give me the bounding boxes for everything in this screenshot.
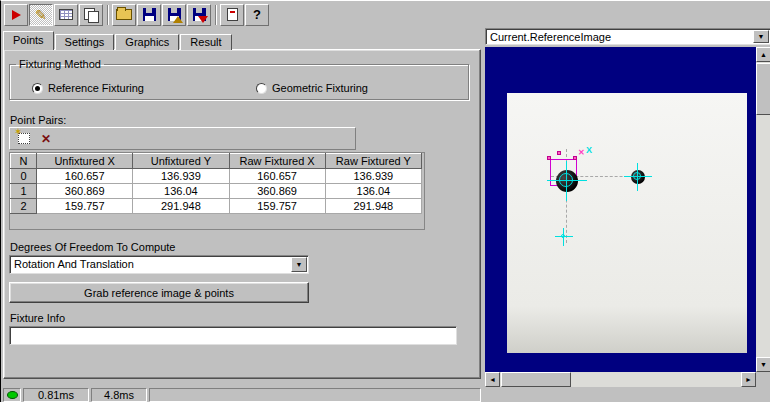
fixturing-method-group: Fixturing Method Reference Fixturing Geo…: [9, 58, 469, 100]
edit-handle[interactable]: [573, 156, 577, 160]
points-tab-panel: Fixturing Method Reference Fixturing Geo…: [3, 49, 481, 379]
scrollbar-corner: [756, 372, 770, 387]
scroll-right-button[interactable]: ►: [741, 372, 756, 387]
toolbar-separator: [215, 5, 217, 25]
floppy-icon: [143, 8, 156, 21]
column-header: Unfixtured X: [37, 154, 133, 169]
radio-label: Reference Fixturing: [48, 82, 144, 94]
new-point-icon: ✶: [18, 133, 30, 144]
tab-settings[interactable]: Settings: [55, 34, 115, 50]
rotate-handle[interactable]: ✕: [578, 149, 585, 157]
fixture-info-input[interactable]: [9, 326, 457, 345]
status-led-icon: [7, 391, 18, 399]
point-pairs-label: Point Pairs:: [10, 114, 66, 126]
row-header[interactable]: 1: [11, 184, 37, 199]
copy-icon: [84, 8, 98, 21]
image-canvas[interactable]: ✕ X: [485, 47, 756, 372]
datagrid-button[interactable]: [54, 4, 78, 26]
open-file-button[interactable]: [112, 4, 136, 26]
horizontal-scroll-thumb[interactable]: [501, 372, 571, 387]
status-bar: 0.81ms 4.8ms: [1, 387, 770, 402]
scroll-down-button[interactable]: ▼: [756, 357, 770, 372]
table-cell[interactable]: 136.939: [133, 169, 229, 184]
radio-geometric-fixturing[interactable]: Geometric Fixturing: [256, 82, 368, 94]
save-file-button[interactable]: [137, 4, 161, 26]
tab-graphics[interactable]: Graphics: [115, 34, 179, 50]
toolbar-separator: [107, 5, 109, 25]
status-led-cell: [3, 388, 21, 402]
scroll-left-button[interactable]: ◄: [485, 372, 500, 387]
page-icon: [227, 8, 238, 21]
table-cell[interactable]: 360.869: [229, 184, 325, 199]
column-header: Raw Fixtured Y: [325, 154, 421, 169]
table-cell[interactable]: 136.04: [133, 184, 229, 199]
radio-reference-fixturing[interactable]: Reference Fixturing: [32, 82, 144, 94]
delete-icon: ✕: [41, 133, 51, 145]
table-cell[interactable]: 291.948: [133, 199, 229, 214]
floppy-export-icon: [168, 8, 181, 21]
table-cell[interactable]: 291.948: [325, 199, 421, 214]
status-filler-panel: [149, 388, 481, 402]
image-selector-dropdown[interactable]: Current.ReferenceImage ▼: [485, 28, 770, 45]
table-cell[interactable]: 136.939: [325, 169, 421, 184]
horizontal-scrollbar[interactable]: ◄ ►: [485, 372, 756, 387]
radio-button-icon: [256, 83, 267, 94]
point-pairs-table: N Unfixtured X Unfixtured Y Raw Fixtured…: [10, 153, 422, 214]
column-header: Raw Fixtured X: [229, 154, 325, 169]
row-header[interactable]: 0: [11, 169, 37, 184]
table-row: 0 160.657 136.939 160.657 136.939: [11, 169, 422, 184]
radio-button-icon: [32, 83, 43, 94]
copy-button[interactable]: [79, 4, 103, 26]
vertical-scroll-thumb[interactable]: [756, 63, 770, 115]
open-folder-icon: [116, 9, 132, 20]
import-button[interactable]: [187, 4, 211, 26]
image-selector-value: Current.ReferenceImage: [490, 31, 611, 43]
save-as-button[interactable]: [162, 4, 186, 26]
table-row: 1 360.869 136.04 360.869 136.04: [11, 184, 422, 199]
grab-reference-button[interactable]: Grab reference image & points: [9, 282, 309, 303]
help-icon: ?: [253, 7, 261, 22]
tab-result[interactable]: Result: [180, 34, 231, 50]
chevron-down-icon[interactable]: ▼: [291, 257, 307, 272]
table-cell[interactable]: 159.757: [37, 199, 133, 214]
add-point-button[interactable]: ✶: [13, 129, 35, 148]
edit-button[interactable]: ✎: [29, 4, 53, 26]
point-pairs-grid: N Unfixtured X Unfixtured Y Raw Fixtured…: [9, 152, 425, 230]
star-glyph: ✶: [14, 127, 22, 137]
point-pairs-toolbar: ✶ ✕: [9, 127, 356, 150]
crosshair-ring-1: [559, 173, 573, 187]
import-arrow-overlay: [198, 16, 208, 23]
help-button[interactable]: ?: [245, 4, 269, 26]
table-cell[interactable]: 360.869: [37, 184, 133, 199]
dof-dropdown[interactable]: Rotation And Translation ▼: [9, 255, 309, 274]
scroll-up-button[interactable]: ▲: [756, 47, 770, 62]
column-header: N: [11, 154, 37, 169]
tab-points[interactable]: Points: [3, 31, 54, 50]
report-button[interactable]: [220, 4, 244, 26]
edit-handle[interactable]: [547, 156, 551, 160]
status-time-1: 0.81ms: [23, 388, 89, 402]
table-cell[interactable]: 160.657: [37, 169, 133, 184]
column-header: Unfixtured Y: [133, 154, 229, 169]
vertical-scrollbar[interactable]: ▲ ▼: [756, 47, 770, 372]
table-header-row: N Unfixtured X Unfixtured Y Raw Fixtured…: [11, 154, 422, 169]
play-icon: [12, 10, 21, 20]
pen-icon: ✎: [35, 8, 47, 22]
edit-handle[interactable]: [557, 151, 561, 155]
status-time-2: 4.8ms: [91, 388, 147, 402]
chevron-down-icon[interactable]: ▼: [753, 30, 769, 43]
reference-image[interactable]: ✕ X: [507, 93, 747, 353]
table-cell[interactable]: 136.04: [325, 184, 421, 199]
dof-label: Degrees Of Freedom To Compute: [10, 241, 175, 253]
run-button[interactable]: [4, 4, 28, 26]
tab-bar: Points Settings Graphics Result: [3, 31, 233, 50]
x-axis-label: X: [586, 146, 592, 155]
delete-point-button[interactable]: ✕: [35, 129, 57, 148]
table-cell[interactable]: 159.757: [229, 199, 325, 214]
image-viewport: ✕ X ▲ ▼ ◄: [485, 47, 770, 387]
export-arrow-overlay: [173, 16, 183, 23]
row-header[interactable]: 2: [11, 199, 37, 214]
crosshair-ring-3: [561, 234, 565, 238]
dof-selected-value: Rotation And Translation: [14, 258, 134, 270]
table-cell[interactable]: 160.657: [229, 169, 325, 184]
